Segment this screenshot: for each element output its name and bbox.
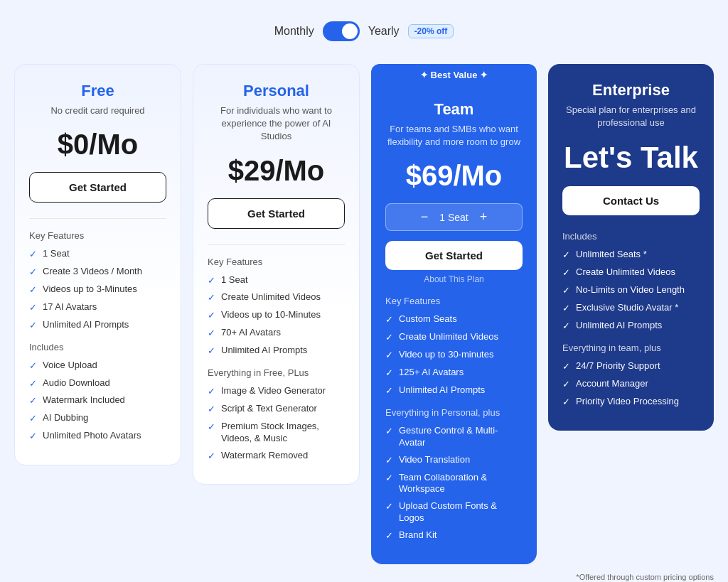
team-key-features-title: Key Features: [385, 296, 523, 306]
list-item: ✓Watermark Included: [29, 394, 166, 407]
check-icon: ✓: [385, 530, 393, 542]
check-icon: ✓: [385, 501, 393, 513]
team-get-started-button[interactable]: Get Started: [385, 241, 523, 270]
list-item: ✓Video Translation: [385, 454, 523, 467]
list-item: ✓No-Limits on Video Length: [562, 284, 700, 297]
plans-container: Free No credit card required $0/Mo Get S…: [14, 64, 714, 564]
personal-get-started-button[interactable]: Get Started: [208, 198, 345, 229]
personal-key-features-list: ✓1 Seat ✓Create Unlimited Videos ✓Videos…: [208, 274, 345, 357]
check-icon: ✓: [29, 378, 37, 390]
personal-key-features-title: Key Features: [208, 257, 345, 267]
list-item: ✓125+ AI Avatars: [385, 367, 523, 379]
enterprise-plan-card: Enterprise Special plan for enterprises …: [548, 64, 714, 431]
team-plan-name: Team: [385, 100, 523, 119]
billing-toggle-section: Monthly Yearly -20% off: [274, 21, 454, 41]
check-icon: ✓: [208, 310, 215, 322]
list-item: ✓Custom Seats: [385, 313, 523, 326]
seat-count: 1 Seat: [439, 212, 468, 223]
enterprise-plan-name: Enterprise: [562, 81, 700, 99]
free-includes-title: Includes: [29, 342, 166, 352]
list-item: ✓Voice Upload: [29, 360, 166, 372]
team-includes-title: Everything in Personal, plus: [385, 407, 523, 418]
list-item: ✓1 Seat: [29, 248, 166, 261]
check-icon: ✓: [29, 413, 37, 425]
billing-toggle[interactable]: [323, 21, 360, 41]
check-icon: ✓: [385, 455, 393, 467]
personal-plan-name: Personal: [208, 82, 345, 100]
check-icon: ✓: [385, 385, 393, 397]
check-icon: ✓: [562, 320, 570, 333]
check-icon: ✓: [208, 451, 215, 463]
list-item: ✓70+ AI Avatars: [208, 327, 345, 340]
personal-includes-title: Everything in Free, PLus: [208, 367, 345, 378]
personal-plan-price: $29/Mo: [208, 155, 345, 187]
check-icon: ✓: [29, 431, 37, 443]
list-item: ✓Create Unlimited Videos: [385, 331, 523, 344]
check-icon: ✓: [562, 249, 570, 262]
enterprise-plan-description: Special plan for enterprises and profess…: [562, 104, 700, 129]
check-icon: ✓: [562, 379, 570, 391]
list-item: ✓Exclusive Studio Avatar *: [562, 302, 700, 315]
check-icon: ✓: [29, 395, 37, 407]
enterprise-key-features-list: ✓Unlimited Seats * ✓Create Unlimited Vid…: [562, 249, 700, 332]
seat-selector: − 1 Seat +: [385, 203, 523, 231]
personal-divider: [208, 244, 345, 245]
team-about-plan[interactable]: About This Plan: [385, 274, 523, 284]
list-item: ✓Video up to 30-minutes: [385, 349, 523, 362]
monthly-label: Monthly: [274, 25, 314, 38]
yearly-label: Yearly: [368, 25, 400, 38]
list-item: ✓AI Dubbing: [29, 412, 166, 425]
list-item: ✓Unlimited AI Prompts: [385, 384, 523, 397]
list-item: ✓Image & Video Generator: [208, 385, 345, 398]
check-icon: ✓: [29, 266, 37, 279]
list-item: ✓Unlimited AI Prompts: [29, 319, 166, 332]
enterprise-contact-us-button[interactable]: Contact Us: [562, 186, 700, 215]
list-item: ✓Create Unlimited Videos: [208, 291, 345, 304]
list-item: ✓1 Seat: [208, 274, 345, 287]
check-icon: ✓: [385, 367, 393, 379]
team-plan-card: ✦ Best Value ✦ Team For teams and SMBs w…: [371, 64, 537, 564]
seat-increment-button[interactable]: +: [480, 210, 488, 225]
list-item: ✓Create Unlimited Videos: [562, 266, 700, 279]
check-icon: ✓: [208, 404, 215, 416]
enterprise-includes-list: ✓24/7 Priority Support ✓Account Manager …: [562, 360, 700, 409]
list-item: ✓Unlimited AI Prompts: [208, 345, 345, 357]
free-plan-price: $0/Mo: [29, 129, 166, 161]
team-includes-list: ✓Gesture Control & Multi-Avatar ✓Video T…: [385, 425, 523, 542]
list-item: ✓Upload Custom Fonts & Logos: [385, 500, 523, 524]
free-plan-description: No credit card required: [29, 104, 166, 117]
check-icon: ✓: [208, 386, 215, 398]
best-value-banner: ✦ Best Value ✦: [371, 64, 537, 86]
seat-decrement-button[interactable]: −: [421, 210, 429, 225]
personal-includes-list: ✓Image & Video Generator ✓Script & Text …: [208, 385, 345, 462]
list-item: ✓Script & Text Generator: [208, 403, 345, 416]
check-icon: ✓: [385, 314, 393, 326]
list-item: ✓Audio Download: [29, 377, 166, 390]
free-get-started-button[interactable]: Get Started: [29, 172, 166, 203]
enterprise-includes-title: Everything in team, plus: [562, 343, 700, 353]
check-icon: ✓: [29, 320, 37, 332]
check-icon: ✓: [385, 426, 393, 438]
free-key-features-list: ✓1 Seat ✓Create 3 Videos / Month ✓Videos…: [29, 248, 166, 331]
list-item: ✓24/7 Priority Support: [562, 360, 700, 373]
list-item: ✓Unlimited Seats *: [562, 249, 700, 262]
list-item: ✓Premium Stock Images, Videos, & Music: [208, 421, 345, 445]
check-icon: ✓: [562, 303, 570, 315]
free-divider: [29, 218, 166, 219]
personal-plan-description: For individuals who want to experience t…: [208, 104, 345, 144]
team-plan-description: For teams and SMBs who want flexibility …: [385, 123, 523, 149]
enterprise-key-features-title: Includes: [562, 231, 700, 242]
team-plan-price: $69/Mo: [385, 160, 523, 192]
personal-plan-card: Personal For individuals who want to exp…: [193, 64, 360, 485]
check-icon: ✓: [29, 360, 37, 372]
list-item: ✓Team Collaboration & Workspace: [385, 472, 523, 496]
check-icon: ✓: [208, 275, 215, 287]
list-item: ✓Gesture Control & Multi-Avatar: [385, 425, 523, 449]
free-plan-name: Free: [29, 82, 166, 100]
toggle-knob: [342, 23, 358, 39]
free-includes-list: ✓Voice Upload ✓Audio Download ✓Watermark…: [29, 360, 166, 443]
check-icon: ✓: [385, 350, 393, 362]
free-plan-card: Free No credit card required $0/Mo Get S…: [14, 64, 181, 465]
list-item: ✓Account Manager: [562, 378, 700, 391]
check-icon: ✓: [208, 345, 215, 357]
